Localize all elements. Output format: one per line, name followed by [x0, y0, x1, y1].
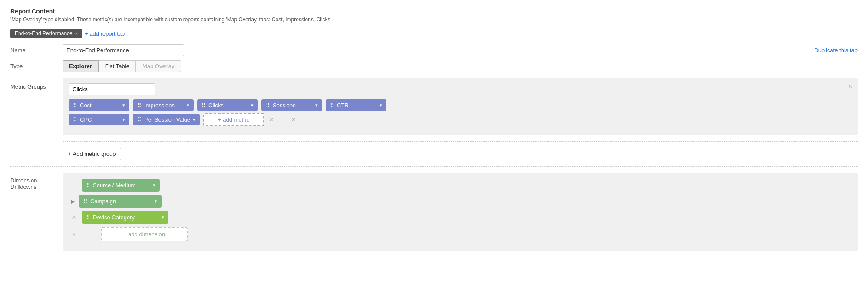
chevron-down-icon: ▾	[251, 102, 254, 108]
device-category-dropdown[interactable]: ⠿ Device Category ▾	[82, 211, 168, 224]
metric-ctr-label: CTR	[337, 102, 349, 109]
source-medium-dropdown[interactable]: ⠿ Source / Medium ▾	[82, 179, 160, 192]
active-tab[interactable]: End-to-End Performance ×	[10, 29, 82, 38]
metric-sessions-label: Sessions	[273, 102, 296, 109]
add-metric-label: + add metric	[218, 116, 249, 123]
drag-icon: ⠿	[86, 214, 90, 221]
tab-name-input[interactable]	[63, 44, 184, 56]
remove-dimension-icon[interactable]: ×	[72, 214, 76, 221]
drag-icon: ⠿	[73, 116, 77, 123]
type-map-overlay-button[interactable]: Map Overlay	[136, 60, 181, 72]
metric-cpc-label: CPC	[80, 116, 92, 123]
metric-cpc[interactable]: ⠿ CPC ▾	[69, 114, 129, 125]
metric-groups-label: Metric Groups	[10, 78, 63, 160]
metric-ctr[interactable]: ⠿ CTR ▾	[326, 99, 386, 111]
remove-metric-group-icon[interactable]: ×	[269, 116, 273, 124]
chevron-down-icon: ▾	[380, 102, 382, 108]
drag-icon: ⠿	[201, 102, 206, 109]
metric-cost-label: Cost	[80, 102, 92, 109]
add-dimension-button[interactable]: + add dimension	[101, 227, 188, 241]
metric-groups-section: Metric Groups × ⠿ Cost ▾ ⠿ Impressions ▾	[10, 78, 858, 160]
metric-clicks-label: Clicks	[208, 102, 224, 109]
chevron-down-icon: ▾	[153, 182, 155, 188]
add-report-tab-link[interactable]: + add report tab	[85, 30, 125, 37]
campaign-label: Campaign	[90, 198, 116, 205]
duplicate-tab-link[interactable]: Duplicate this tab	[814, 47, 858, 53]
dimension-area: ⠿ Source / Medium ▾ ▶ ⠿ Campaign ▾	[63, 173, 858, 251]
section-divider	[10, 166, 858, 167]
type-buttons: Explorer Flat Table Map Overlay	[63, 60, 181, 72]
warning-message: 'Map Overlay' type disabled. These metri…	[10, 17, 858, 23]
tabs-bar: End-to-End Performance × + add report ta…	[10, 29, 858, 38]
device-category-label: Device Category	[93, 214, 135, 221]
type-flat-table-button[interactable]: Flat Table	[99, 60, 136, 72]
name-row: Name Duplicate this tab	[10, 44, 858, 56]
metric-sessions[interactable]: ⠿ Sessions ▾	[261, 99, 322, 111]
dimension-source-medium: ⠿ Source / Medium ▾	[69, 179, 851, 192]
metric-per-session-label: Per Session Value	[144, 116, 190, 123]
dimension-section: Dimension Drilldowns ⠿ Source / Medium ▾…	[10, 173, 858, 251]
metric-group-name-input[interactable]	[69, 83, 155, 95]
metric-impressions[interactable]: ⠿ Impressions ▾	[133, 99, 194, 111]
add-metric-group-button[interactable]: + Add metric group	[63, 148, 121, 160]
tab-close-icon[interactable]: ×	[75, 31, 78, 36]
dimension-drilldowns-label: Dimension Drilldowns	[10, 173, 63, 251]
add-dimension-row: × + add dimension	[69, 227, 851, 241]
type-label: Type	[10, 63, 63, 69]
chevron-down-icon: ▾	[193, 117, 195, 122]
chevron-down-icon: ▾	[187, 102, 189, 108]
chevron-down-icon: ▾	[315, 102, 318, 108]
metric-groups-area: × ⠿ Cost ▾ ⠿ Impressions ▾ ⠿	[63, 78, 858, 135]
page-title: Report Content	[10, 8, 858, 15]
drag-icon: ⠿	[137, 116, 142, 123]
dimension-campaign: ▶ ⠿ Campaign ▾	[69, 195, 851, 208]
expand-arrow-icon[interactable]: ▶	[71, 198, 75, 205]
drag-icon: ⠿	[137, 102, 142, 109]
metrics-row-1: ⠿ Cost ▾ ⠿ Impressions ▾ ⠿ Clicks ▾	[69, 99, 851, 111]
add-dimension-close-icon[interactable]: ×	[72, 231, 76, 238]
campaign-dropdown[interactable]: ⠿ Campaign ▾	[79, 195, 162, 208]
drag-icon: ⠿	[73, 102, 77, 109]
chevron-down-icon: ▾	[122, 117, 125, 122]
chevron-down-icon: ▾	[162, 215, 164, 220]
metric-cost[interactable]: ⠿ Cost ▾	[69, 99, 129, 111]
add-metric-button[interactable]: + add metric	[203, 113, 264, 126]
dimension-device-category: × ⠿ Device Category ▾	[69, 211, 851, 224]
drag-icon: ⠿	[86, 182, 90, 188]
metrics-row-2: ⠿ CPC ▾ ⠿ Per Session Value ▾ + add metr…	[69, 113, 851, 126]
drag-icon: ⠿	[330, 102, 334, 109]
active-tab-label: End-to-End Performance	[15, 30, 73, 36]
metric-per-session-value[interactable]: ⠿ Per Session Value ▾	[133, 114, 200, 125]
metric-group-close-icon[interactable]: ×	[848, 83, 852, 90]
divider	[63, 141, 858, 142]
name-label: Name	[10, 47, 63, 53]
remove-metric-group-icon-2[interactable]: ×	[291, 116, 295, 124]
type-row: Type Explorer Flat Table Map Overlay	[10, 60, 858, 72]
source-medium-label: Source / Medium	[93, 182, 135, 188]
chevron-down-icon: ▾	[122, 102, 125, 108]
type-explorer-button[interactable]: Explorer	[63, 60, 99, 72]
drag-icon: ⠿	[266, 102, 270, 109]
drag-icon: ⠿	[83, 198, 88, 205]
chevron-down-icon: ▾	[155, 198, 157, 204]
metric-impressions-label: Impressions	[144, 102, 175, 109]
metric-clicks[interactable]: ⠿ Clicks ▾	[197, 99, 258, 111]
